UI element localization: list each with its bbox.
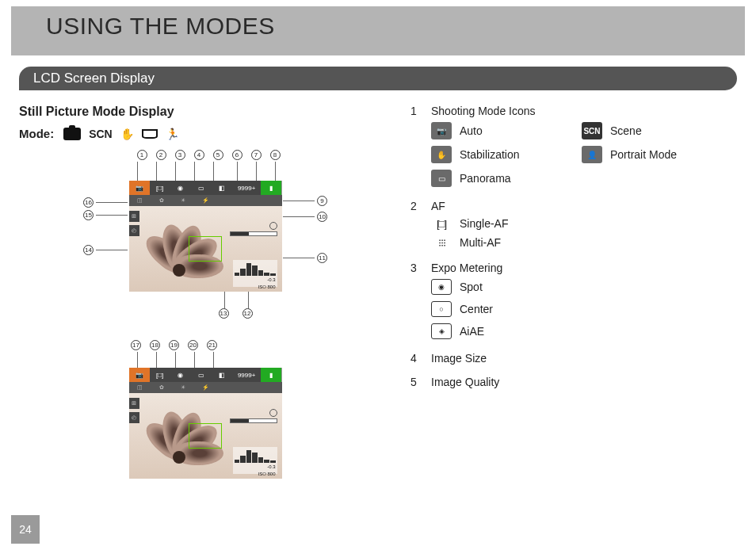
portrait-icon: 🏃 <box>166 128 179 140</box>
zoom-bar <box>230 231 277 236</box>
section-heading: LCD Screen Display <box>19 67 737 90</box>
callout-11: 11 <box>317 253 327 263</box>
aiae-metering-icon: ◈ <box>431 323 452 339</box>
callout-9: 9 <box>317 196 327 206</box>
focus-bracket <box>189 236 222 262</box>
portrait-mode-icon: 👤 <box>582 146 602 163</box>
chapter-title-bar: USING THE MODES <box>11 6 745 55</box>
callout-19: 19 <box>169 340 179 350</box>
callout-8: 8 <box>270 150 281 160</box>
callout-12: 12 <box>242 308 253 319</box>
stabilization-icon: ✋ <box>431 146 452 163</box>
callout-1: 1 <box>137 150 147 160</box>
legend-item-1: 1 Shooting Mode Icons 📷Auto SCNScene ✋St… <box>410 105 737 193</box>
callout-17: 17 <box>131 340 141 350</box>
callout-18: 18 <box>150 340 160 350</box>
spot-metering-icon: ◉ <box>431 279 452 295</box>
legend-item-5: 5 Image Quality <box>410 376 737 393</box>
center-metering-icon: ○ <box>431 301 452 317</box>
callout-13: 13 <box>219 308 229 319</box>
single-af-icon: [□] <box>431 218 452 230</box>
side-tab-2: ◴ <box>129 225 139 236</box>
callout-4: 4 <box>194 150 204 160</box>
scn-text: SCN <box>89 128 113 140</box>
histogram: -0.3 ISO 800 <box>233 260 277 287</box>
subheading: Still Picture Mode Display <box>19 105 391 119</box>
camera-icon <box>63 128 81 140</box>
callout-6: 6 <box>232 150 242 160</box>
callout-20: 20 <box>188 340 198 350</box>
callout-7: 7 <box>251 150 262 160</box>
side-tab-1: ⊞ <box>129 211 139 222</box>
mode-row: Mode: SCN ✋ 🏃 <box>19 127 391 140</box>
diagram-1: 1 2 3 4 5 6 7 8 📷 [□] ◉ ▭ ◧ 99 <box>63 150 348 332</box>
callout-3: 3 <box>175 150 185 160</box>
callout-14: 14 <box>83 245 94 255</box>
chapter-title: USING THE MODES <box>46 13 745 40</box>
legend-item-4: 4 Image Size <box>410 352 737 369</box>
ev-value: -0.3 <box>267 277 275 282</box>
left-column: Still Picture Mode Display Mode: SCN ✋ 🏃… <box>19 105 391 487</box>
callout-5: 5 <box>213 150 223 160</box>
multi-af-icon: ⁝⁝⁝ <box>431 237 452 249</box>
stabilization-icon: ✋ <box>120 128 134 140</box>
panorama-icon: ▭ <box>431 170 452 187</box>
callout-16: 16 <box>83 197 94 208</box>
mode-indicator-icon: 📷 <box>129 181 150 195</box>
magnify-icon <box>269 222 277 230</box>
callout-21: 21 <box>207 340 217 350</box>
legend-item-3: 3 Expo Metering ◉Spot ○Center ◈AiAE <box>410 262 737 346</box>
shots-remaining: 9999+ <box>232 181 262 195</box>
lcd-screen-2: 📷 [□]◉▭◧ 9999+ ▮ ◫✿☀⚡ -0.3 <box>129 368 282 479</box>
legend-column: 1 Shooting Mode Icons 📷Auto SCNScene ✋St… <box>410 105 737 487</box>
lcd-screen-1: 📷 [□] ◉ ▭ ◧ 9999+ ▮ ◫✿☀⚡ <box>129 181 282 292</box>
diagram-2: 17 18 19 20 21 📷 [□]◉▭◧ 9999+ ▮ ◫✿☀⚡ <box>63 340 348 479</box>
callout-15: 15 <box>83 210 94 220</box>
callout-10: 10 <box>317 212 327 222</box>
iso-value: ISO 800 <box>258 285 275 289</box>
callout-2: 2 <box>156 150 166 160</box>
panorama-icon <box>142 129 158 139</box>
mode-label: Mode: <box>19 127 54 140</box>
legend-item-2: 2 AF [□]Single-AF ⁝⁝⁝Multi-AF <box>410 200 737 255</box>
auto-icon: 📷 <box>431 122 452 139</box>
scene-icon: SCN <box>582 122 602 139</box>
page-number: 24 <box>11 515 40 544</box>
